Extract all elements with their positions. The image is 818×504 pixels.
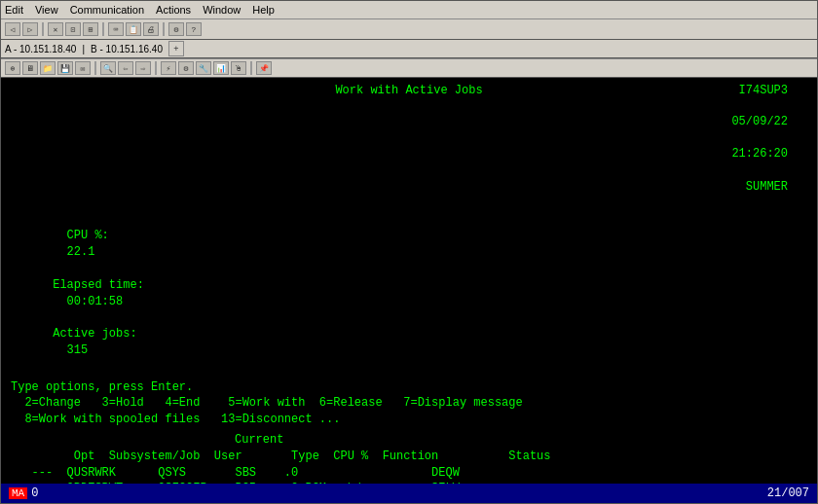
separator-1 (42, 22, 44, 36)
tb2-btn-1[interactable]: ⊕ (5, 61, 20, 75)
toolbar-2: ⊕ 🖥 📁 💾 ✉ 🔍 ⇦ ⇨ ⚡ ⚙ 🔧 📊 🖱 📌 (1, 58, 817, 78)
current-label: Current (11, 432, 807, 449)
elapsed-label: Elapsed time: (53, 278, 144, 292)
tb2-btn-8[interactable]: ⇨ (135, 61, 151, 75)
toolbar-btn-9[interactable]: ⚙ (168, 22, 184, 36)
title-spacer (30, 84, 335, 97)
options-text: Type options, press Enter. 2=Change 3=Ho… (11, 379, 807, 428)
status-indicator: MA (9, 487, 27, 499)
separator-5 (155, 61, 157, 75)
status-value: 0 (31, 486, 38, 500)
address-a[interactable]: A - 10.151.18.40 (5, 44, 76, 54)
tb2-btn-9[interactable]: ⚡ (161, 61, 176, 75)
toolbar-btn-6[interactable]: ⌨ (108, 22, 124, 36)
menu-edit[interactable]: Edit (5, 4, 23, 16)
tb2-btn-3[interactable]: 📁 (40, 61, 56, 75)
active-value: 315 (67, 343, 89, 357)
status-position: 21/007 (767, 486, 809, 500)
status-bar: MA 0 21/007 (1, 484, 817, 503)
toolbar-btn-2[interactable]: ▷ (22, 22, 38, 36)
col-headers: Opt Subsystem/Job User Type CPU % Functi… (11, 449, 807, 465)
separator-6 (250, 61, 252, 75)
tb2-btn-12[interactable]: 📊 (213, 61, 229, 75)
table-body: --- QUSRWRK QSYS SBS .0 DEQW --- QPDZSPW… (11, 465, 807, 484)
terminal-title: Work with Active Jobs (335, 84, 482, 97)
datetime-line: 05/09/22 21:26:20 SUMMER (11, 97, 807, 212)
toolbar-btn-1[interactable]: ◁ (5, 22, 20, 36)
active-label: Active jobs: (53, 327, 136, 341)
toolbar-btn-5[interactable]: ⊞ (83, 22, 98, 36)
menu-help[interactable]: Help (252, 4, 275, 16)
toolbar-icons-2: ⊕ 🖥 📁 💾 ✉ 🔍 ⇦ ⇨ ⚡ ⚙ 🔧 📊 🖱 📌 (5, 61, 272, 75)
cpu-value: 22.1 (67, 245, 95, 259)
table-row: --- QUSRWRK QSYS SBS .0 DEQW (11, 465, 807, 482)
toolbar-icons: ◁ ▷ ✕ ⊡ ⊞ ⌨ 📋 🖨 ⚙ ? (5, 22, 202, 36)
tb2-btn-2[interactable]: 🖥 (22, 61, 38, 75)
separator-3 (163, 22, 165, 36)
cpu-line: CPU %: 22.1 Elapsed time: 00:01:58 Activ… (11, 212, 807, 376)
main-window: Edit View Communication Actions Window H… (0, 0, 818, 504)
toolbar-btn-3[interactable]: ✕ (48, 22, 63, 36)
tb2-btn-11[interactable]: 🔧 (196, 61, 211, 75)
elapsed-value: 00:01:58 (67, 295, 124, 308)
separator-2 (102, 22, 104, 36)
tb2-btn-5[interactable]: ✉ (75, 61, 91, 75)
tb2-btn-4[interactable]: 💾 (57, 61, 73, 75)
terminal-area: Work with Active Jobs I74SUP3 05/09/22 2… (1, 78, 817, 484)
tb2-btn-13[interactable]: 🖱 (231, 61, 246, 75)
menu-communication[interactable]: Communication (70, 4, 144, 16)
menu-bar: Edit View Communication Actions Window H… (1, 1, 817, 18)
tb2-btn-7[interactable]: ⇦ (118, 61, 133, 75)
toolbar-btn-7[interactable]: 📋 (126, 22, 141, 36)
tb2-btn-6[interactable]: 🔍 (100, 61, 116, 75)
address-bar: A - 10.151.18.40 | B - 10.151.16.40 + (1, 40, 817, 58)
menu-actions[interactable]: Actions (156, 4, 191, 16)
address-sep: | (82, 44, 85, 54)
tb2-btn-14[interactable]: 📌 (256, 61, 272, 75)
time-value: 21:26:20 (731, 147, 788, 161)
separator-4 (94, 61, 96, 75)
status-left: MA 0 (9, 486, 38, 500)
title-spacer2: I74SUP3 (483, 84, 788, 97)
menu-view[interactable]: View (35, 4, 58, 16)
cpu-label: CPU %: (67, 229, 109, 242)
toolbar-btn-8[interactable]: 🖨 (143, 22, 159, 36)
menu-window[interactable]: Window (203, 4, 241, 16)
toolbar-btn-4[interactable]: ⊡ (65, 22, 81, 36)
date-value: 05/09/22 (731, 115, 788, 128)
user-value: SUMMER (746, 180, 788, 194)
toolbar-btn-10[interactable]: ? (186, 22, 202, 36)
address-b[interactable]: B - 10.151.16.40 (91, 44, 163, 54)
add-tab-btn[interactable]: + (168, 41, 184, 56)
terminal-title-line: Work with Active Jobs I74SUP3 (11, 84, 807, 97)
table-header-area: Current Opt Subsystem/Job User Type CPU … (11, 432, 807, 465)
tb2-btn-10[interactable]: ⚙ (178, 61, 194, 75)
toolbar: ◁ ▷ ✕ ⊡ ⊞ ⌨ 📋 🖨 ⚙ ? (1, 18, 817, 40)
